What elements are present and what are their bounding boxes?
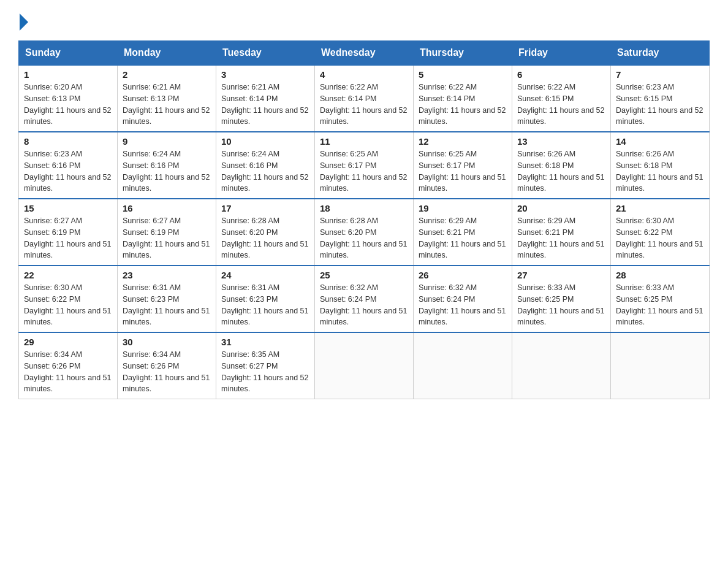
calendar-day-cell: 24 Sunrise: 6:31 AM Sunset: 6:23 PM Dayl… — [216, 266, 315, 332]
day-number: 18 — [320, 203, 408, 213]
calendar-header-wednesday: Wednesday — [315, 41, 414, 66]
calendar-header-thursday: Thursday — [414, 41, 512, 66]
day-info: Sunrise: 6:32 AM Sunset: 6:24 PM Dayligh… — [419, 282, 507, 328]
day-number: 11 — [320, 136, 408, 147]
day-number: 13 — [517, 136, 605, 147]
day-info: Sunrise: 6:22 AM Sunset: 6:14 PM Dayligh… — [419, 82, 507, 128]
day-number: 23 — [123, 270, 211, 280]
day-number: 20 — [517, 203, 605, 213]
calendar-day-cell: 26 Sunrise: 6:32 AM Sunset: 6:24 PM Dayl… — [414, 266, 512, 332]
logo — [18, 12, 28, 28]
calendar-day-cell: 3 Sunrise: 6:21 AM Sunset: 6:14 PM Dayli… — [216, 65, 315, 132]
calendar-day-cell: 11 Sunrise: 6:25 AM Sunset: 6:17 PM Dayl… — [315, 132, 414, 199]
day-info: Sunrise: 6:26 AM Sunset: 6:18 PM Dayligh… — [616, 148, 704, 194]
calendar-day-cell: 16 Sunrise: 6:27 AM Sunset: 6:19 PM Dayl… — [118, 199, 216, 266]
day-info: Sunrise: 6:25 AM Sunset: 6:17 PM Dayligh… — [320, 148, 408, 194]
day-number: 5 — [419, 69, 507, 80]
page-header — [18, 12, 710, 28]
day-number: 17 — [221, 203, 309, 213]
day-info: Sunrise: 6:24 AM Sunset: 6:16 PM Dayligh… — [221, 148, 309, 194]
calendar-day-cell: 27 Sunrise: 6:33 AM Sunset: 6:25 PM Dayl… — [512, 266, 611, 332]
day-info: Sunrise: 6:32 AM Sunset: 6:24 PM Dayligh… — [320, 282, 408, 328]
calendar-header-monday: Monday — [118, 41, 216, 66]
day-number: 14 — [616, 136, 704, 147]
calendar-day-cell: 17 Sunrise: 6:28 AM Sunset: 6:20 PM Dayl… — [216, 199, 315, 266]
calendar-day-cell — [611, 332, 710, 399]
calendar-week-row: 8 Sunrise: 6:23 AM Sunset: 6:16 PM Dayli… — [19, 132, 710, 199]
day-number: 24 — [221, 270, 309, 280]
calendar-day-cell: 2 Sunrise: 6:21 AM Sunset: 6:13 PM Dayli… — [118, 65, 216, 132]
day-info: Sunrise: 6:24 AM Sunset: 6:16 PM Dayligh… — [123, 148, 211, 194]
day-number: 31 — [221, 337, 309, 347]
day-info: Sunrise: 6:28 AM Sunset: 6:20 PM Dayligh… — [221, 215, 309, 261]
day-number: 4 — [320, 69, 408, 80]
day-number: 10 — [221, 136, 309, 147]
day-info: Sunrise: 6:31 AM Sunset: 6:23 PM Dayligh… — [221, 282, 309, 328]
day-info: Sunrise: 6:23 AM Sunset: 6:16 PM Dayligh… — [24, 148, 112, 194]
day-info: Sunrise: 6:22 AM Sunset: 6:15 PM Dayligh… — [517, 82, 605, 128]
day-info: Sunrise: 6:33 AM Sunset: 6:25 PM Dayligh… — [517, 282, 605, 328]
calendar-day-cell: 9 Sunrise: 6:24 AM Sunset: 6:16 PM Dayli… — [118, 132, 216, 199]
day-info: Sunrise: 6:33 AM Sunset: 6:25 PM Dayligh… — [616, 282, 704, 328]
calendar-week-row: 29 Sunrise: 6:34 AM Sunset: 6:26 PM Dayl… — [19, 332, 710, 399]
day-number: 2 — [123, 69, 211, 80]
day-number: 25 — [320, 270, 408, 280]
day-number: 15 — [24, 203, 112, 213]
day-info: Sunrise: 6:30 AM Sunset: 6:22 PM Dayligh… — [616, 215, 704, 261]
day-number: 12 — [419, 136, 507, 147]
day-number: 26 — [419, 270, 507, 280]
day-info: Sunrise: 6:27 AM Sunset: 6:19 PM Dayligh… — [24, 215, 112, 261]
calendar-day-cell: 5 Sunrise: 6:22 AM Sunset: 6:14 PM Dayli… — [414, 65, 512, 132]
calendar-day-cell: 13 Sunrise: 6:26 AM Sunset: 6:18 PM Dayl… — [512, 132, 611, 199]
calendar-day-cell: 29 Sunrise: 6:34 AM Sunset: 6:26 PM Dayl… — [19, 332, 118, 399]
day-info: Sunrise: 6:20 AM Sunset: 6:13 PM Dayligh… — [24, 82, 112, 128]
calendar-day-cell: 4 Sunrise: 6:22 AM Sunset: 6:14 PM Dayli… — [315, 65, 414, 132]
calendar-day-cell: 18 Sunrise: 6:28 AM Sunset: 6:20 PM Dayl… — [315, 199, 414, 266]
calendar-header-friday: Friday — [512, 41, 611, 66]
day-info: Sunrise: 6:23 AM Sunset: 6:15 PM Dayligh… — [616, 82, 704, 128]
day-info: Sunrise: 6:34 AM Sunset: 6:26 PM Dayligh… — [123, 349, 211, 395]
calendar-day-cell — [315, 332, 414, 399]
calendar-week-row: 15 Sunrise: 6:27 AM Sunset: 6:19 PM Dayl… — [19, 199, 710, 266]
day-info: Sunrise: 6:21 AM Sunset: 6:13 PM Dayligh… — [123, 82, 211, 128]
day-number: 19 — [419, 203, 507, 213]
calendar-day-cell: 21 Sunrise: 6:30 AM Sunset: 6:22 PM Dayl… — [611, 199, 710, 266]
calendar-day-cell: 20 Sunrise: 6:29 AM Sunset: 6:21 PM Dayl… — [512, 199, 611, 266]
day-number: 22 — [24, 270, 112, 280]
calendar-day-cell: 12 Sunrise: 6:25 AM Sunset: 6:17 PM Dayl… — [414, 132, 512, 199]
day-number: 9 — [123, 136, 211, 147]
day-number: 6 — [517, 69, 605, 80]
day-number: 8 — [24, 136, 112, 147]
day-info: Sunrise: 6:29 AM Sunset: 6:21 PM Dayligh… — [419, 215, 507, 261]
calendar-day-cell: 15 Sunrise: 6:27 AM Sunset: 6:19 PM Dayl… — [19, 199, 118, 266]
day-info: Sunrise: 6:28 AM Sunset: 6:20 PM Dayligh… — [320, 215, 408, 261]
day-info: Sunrise: 6:26 AM Sunset: 6:18 PM Dayligh… — [517, 148, 605, 194]
calendar-header-saturday: Saturday — [611, 41, 710, 66]
day-number: 29 — [24, 337, 112, 347]
calendar-day-cell: 25 Sunrise: 6:32 AM Sunset: 6:24 PM Dayl… — [315, 266, 414, 332]
calendar-day-cell: 8 Sunrise: 6:23 AM Sunset: 6:16 PM Dayli… — [19, 132, 118, 199]
day-number: 16 — [123, 203, 211, 213]
calendar-table: SundayMondayTuesdayWednesdayThursdayFrid… — [18, 40, 710, 399]
day-number: 3 — [221, 69, 309, 80]
day-number: 21 — [616, 203, 704, 213]
calendar-day-cell: 30 Sunrise: 6:34 AM Sunset: 6:26 PM Dayl… — [118, 332, 216, 399]
calendar-day-cell: 23 Sunrise: 6:31 AM Sunset: 6:23 PM Dayl… — [118, 266, 216, 332]
calendar-day-cell: 19 Sunrise: 6:29 AM Sunset: 6:21 PM Dayl… — [414, 199, 512, 266]
day-number: 27 — [517, 270, 605, 280]
day-number: 28 — [616, 270, 704, 280]
calendar-week-row: 22 Sunrise: 6:30 AM Sunset: 6:22 PM Dayl… — [19, 266, 710, 332]
calendar-header-sunday: Sunday — [19, 41, 118, 66]
calendar-header-tuesday: Tuesday — [216, 41, 315, 66]
day-info: Sunrise: 6:29 AM Sunset: 6:21 PM Dayligh… — [517, 215, 605, 261]
day-info: Sunrise: 6:35 AM Sunset: 6:27 PM Dayligh… — [221, 349, 309, 395]
calendar-week-row: 1 Sunrise: 6:20 AM Sunset: 6:13 PM Dayli… — [19, 65, 710, 132]
calendar-header-row: SundayMondayTuesdayWednesdayThursdayFrid… — [19, 41, 710, 66]
day-info: Sunrise: 6:30 AM Sunset: 6:22 PM Dayligh… — [24, 282, 112, 328]
day-info: Sunrise: 6:25 AM Sunset: 6:17 PM Dayligh… — [419, 148, 507, 194]
day-number: 30 — [123, 337, 211, 347]
calendar-day-cell: 7 Sunrise: 6:23 AM Sunset: 6:15 PM Dayli… — [611, 65, 710, 132]
day-number: 1 — [24, 69, 112, 80]
day-info: Sunrise: 6:34 AM Sunset: 6:26 PM Dayligh… — [24, 349, 112, 395]
calendar-day-cell: 6 Sunrise: 6:22 AM Sunset: 6:15 PM Dayli… — [512, 65, 611, 132]
